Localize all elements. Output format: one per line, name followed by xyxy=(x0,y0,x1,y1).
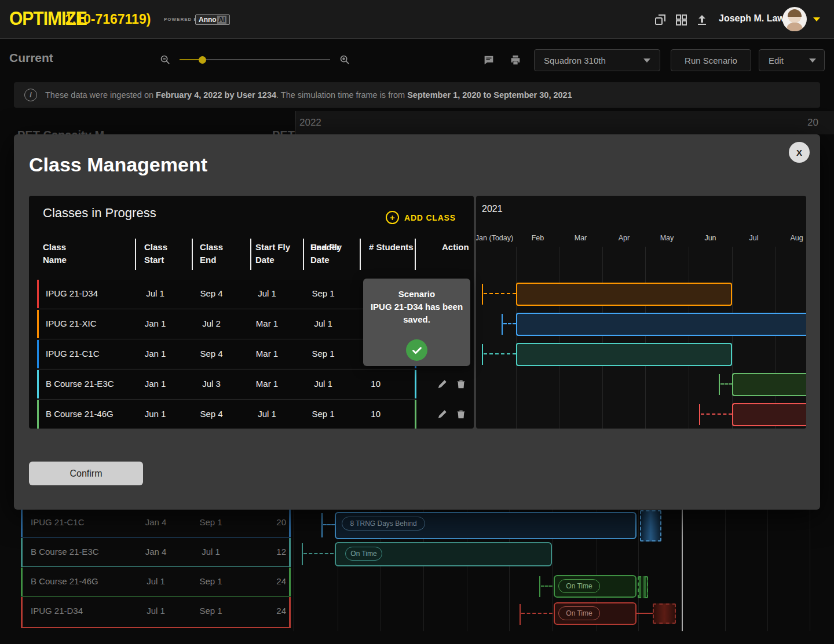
modal-title: Class Management xyxy=(29,153,207,176)
gantt-leader xyxy=(503,323,516,324)
column-header-class-name: ClassName xyxy=(43,241,67,266)
avatar[interactable] xyxy=(782,7,807,31)
gantt-marker xyxy=(482,284,483,305)
gantt-connector xyxy=(637,613,653,614)
confirm-button[interactable]: Confirm xyxy=(29,462,143,485)
status-pill: On Time xyxy=(345,547,382,561)
background-year-label: 2022 xyxy=(299,117,321,129)
panel-title: Classes in Progress xyxy=(43,206,156,221)
ingest-info-text: These data were ingested on February 4, … xyxy=(45,90,572,100)
background-table-row: IPUG 21-C1C Jan 4 Sep 1 20 xyxy=(21,508,291,537)
squadron-select[interactable]: Squadron 310th xyxy=(534,49,660,71)
class-row: IPUG 21-C1C Jan 1 Sep 4 Mar 1 Sep 1 xyxy=(37,340,416,368)
column-header-start-fly-date: Start FlyDate xyxy=(255,241,290,266)
user-menu-caret-icon[interactable] xyxy=(813,17,820,21)
anno-ai-logo: AnnoAI xyxy=(195,14,230,25)
background-year-strip xyxy=(295,111,834,134)
gantt-bar[interactable] xyxy=(732,403,806,426)
month-label: Aug xyxy=(775,234,806,242)
month-label: Jan (Today) xyxy=(476,234,516,242)
gantt-bar[interactable] xyxy=(732,373,806,396)
grid-apps-icon[interactable] xyxy=(674,13,688,27)
month-label: Apr xyxy=(602,234,646,242)
gantt-leader xyxy=(720,383,732,385)
gantt-striped-block xyxy=(638,576,648,598)
column-header-action: Action xyxy=(442,241,469,254)
gantt-marker xyxy=(520,604,521,625)
background-table-row: B Course 21-46G Jul 1 Sep 1 24 xyxy=(21,568,291,597)
toast-line: IPUG 21-D34 has been xyxy=(363,301,470,313)
status-pill: On Time xyxy=(558,606,600,620)
clipped-heading-right: PET xyxy=(272,129,307,134)
print-icon[interactable] xyxy=(509,54,522,67)
clipped-heading: PET Capacity M xyxy=(17,129,249,134)
delete-trash-icon[interactable] xyxy=(456,379,466,389)
plus-circle-icon: + xyxy=(386,211,399,224)
gantt-marker xyxy=(502,314,503,335)
class-row: B Course 21-E3C Jan 1 Jul 3 Mar 1 Jul 1 … xyxy=(37,370,416,398)
class-management-modal: Class Management X Classes in Progress +… xyxy=(14,134,820,510)
gantt-dashed-block xyxy=(640,510,661,541)
app-root: OPTIMIZE 1.10-7167119) POWERED BY AnnoAI… xyxy=(0,0,834,644)
status-pill: On Time xyxy=(558,579,600,593)
gantt-leader xyxy=(541,586,553,587)
upload-icon[interactable] xyxy=(695,13,709,27)
gantt-year-label: 2021 xyxy=(482,204,503,214)
info-icon: i xyxy=(24,89,37,101)
success-check-icon xyxy=(406,339,427,361)
gantt-marker xyxy=(302,543,303,565)
gantt-bar[interactable] xyxy=(516,343,732,366)
gantt-marker xyxy=(719,374,720,395)
add-class-button[interactable]: + ADD CLASS xyxy=(386,211,456,224)
gantt-leader xyxy=(521,613,553,614)
delete-trash-icon[interactable] xyxy=(456,409,466,419)
column-header-end-fly-date: End FlyHeader Date xyxy=(310,241,342,266)
column-header-students: # Students xyxy=(369,241,414,254)
app-version: 1.10-7167119) xyxy=(65,12,151,27)
gantt-marker xyxy=(321,513,323,537)
class-row: B Course 21-46G Jun 1 Sep 4 Jul 1 Sep 1 … xyxy=(37,400,416,429)
toast-line: saved. xyxy=(363,313,470,326)
class-row: IPUG 21-XIC Jan 1 Jul 2 Mar 1 Jul 1 xyxy=(37,310,416,338)
edit-button[interactable]: Edit xyxy=(759,49,825,71)
top-bar: OPTIMIZE 1.10-7167119) POWERED BY AnnoAI… xyxy=(0,0,834,39)
user-name: Joseph M. Law xyxy=(719,13,785,24)
gantt-marker xyxy=(482,344,483,365)
gantt-solid-block xyxy=(653,603,676,624)
background-year-label-right: 20 xyxy=(807,117,818,129)
class-row: IPUG 21-D34 Jul 1 Sep 4 Jul 1 Sep 1 xyxy=(37,280,416,308)
zoom-out-icon[interactable] xyxy=(160,54,171,65)
gantt-leader xyxy=(701,414,732,415)
column-header-class-start: ClassStart xyxy=(144,241,167,266)
comments-icon[interactable] xyxy=(482,54,495,67)
zoom-in-icon[interactable] xyxy=(339,54,350,65)
month-label: May xyxy=(645,234,689,242)
copy-layers-icon[interactable] xyxy=(653,13,667,27)
gantt-bar[interactable] xyxy=(516,283,732,306)
column-header-class-end: ClassEnd xyxy=(200,241,223,266)
modal-gantt-panel: 2021 Jan (Today) Feb Mar Apr May Jun Jul… xyxy=(476,196,806,429)
month-label: Mar xyxy=(559,234,602,242)
month-label: Jun xyxy=(689,234,732,242)
squadron-select-value: Squadron 310th xyxy=(544,56,606,65)
close-button[interactable]: X xyxy=(789,142,810,163)
gantt-marker xyxy=(699,404,700,425)
edit-pencil-icon[interactable] xyxy=(437,379,448,389)
month-label: Feb xyxy=(516,234,559,242)
zoom-slider-thumb[interactable] xyxy=(199,56,206,64)
toast-line: Scenario xyxy=(363,288,470,301)
month-label: Jul xyxy=(732,234,776,242)
today-line xyxy=(682,508,683,631)
gantt-leader xyxy=(484,293,516,294)
squadron-select-caret-icon xyxy=(643,58,650,63)
ingest-info-banner: i These data were ingested on February 4… xyxy=(14,82,820,108)
gantt-bar[interactable] xyxy=(516,313,806,336)
gantt-leader xyxy=(323,524,335,525)
gantt-marker xyxy=(539,576,540,597)
gantt-leader xyxy=(484,353,516,354)
background-table-row: IPUG 21-D34 Jul 1 Sep 1 24 xyxy=(21,597,291,628)
view-label: Current xyxy=(9,51,53,65)
run-scenario-button[interactable]: Run Scenario xyxy=(671,49,751,71)
save-toast: Scenario IPUG 21-D34 has been saved. xyxy=(363,279,470,366)
edit-pencil-icon[interactable] xyxy=(437,409,448,419)
